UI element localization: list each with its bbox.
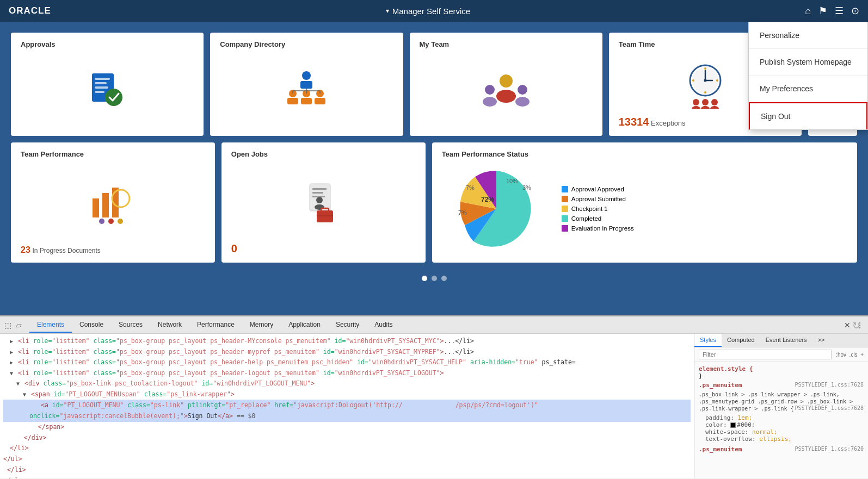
devtools-right-tabs: Styles Computed Event Listeners >> [694, 334, 868, 347]
svg-point-6 [302, 71, 311, 80]
tile-team-performance-status[interactable]: Team Performance Status [432, 142, 857, 263]
tile-company-directory-icon [220, 53, 393, 128]
code-line-4: ▼ <li role="listitem" class="ps_box-grou… [3, 368, 691, 379]
svg-point-19 [500, 74, 513, 88]
tile-team-performance-title: Team Performance [21, 150, 205, 158]
styles-ps-menuitem-2: .ps_menuitem PSSTYLEDEF_1.css:7620 [699, 446, 864, 453]
tile-company-directory[interactable]: Company Directory [210, 33, 403, 136]
pagination-dot-2[interactable] [432, 276, 437, 281]
devtools-right-tab-more[interactable]: >> [812, 334, 830, 347]
devtools-filter-input[interactable] [699, 350, 832, 359]
devtools-tab-security[interactable]: Security [328, 318, 367, 333]
styles-ps-box-link: .ps_box-link > .ps-link-wrapper > .ps-li… [699, 391, 864, 412]
header-title: ▾ Manager Self Service [386, 7, 470, 16]
devtools-tab-console[interactable]: Console [72, 318, 111, 333]
dropdown-item-publish[interactable]: Publish System Homepage [749, 49, 867, 76]
svg-rect-3 [95, 86, 108, 89]
legend-label-evaluation: Evaluation in Progress [571, 225, 634, 232]
svg-point-46 [118, 219, 123, 224]
triangle-4: ▼ [10, 370, 13, 376]
pagination-dot-1[interactable] [422, 276, 427, 281]
svg-point-31 [716, 79, 718, 82]
tile-my-team-title: My Team [420, 40, 593, 48]
devtools-close-icon[interactable]: ✕ [844, 321, 851, 329]
dropdown-item-personalize[interactable]: Personalize [749, 22, 867, 49]
styles-prop-color: color: #000; [699, 421, 864, 428]
app-title: Manager Self Service [392, 7, 470, 16]
svg-rect-49 [312, 192, 323, 194]
color-swatch-black [730, 422, 736, 428]
styles-prop-padding: padding: 1em; [699, 414, 864, 421]
devtools-tab-application[interactable]: Application [281, 318, 328, 333]
devtools-html-tree: ▶ <li role="listitem" class="ps_box-grou… [0, 334, 694, 478]
svg-rect-40 [93, 198, 99, 217]
user-icon[interactable]: ⊙ [851, 5, 859, 17]
code-line-10: </li> [3, 443, 691, 454]
tile-company-directory-title: Company Directory [220, 40, 393, 48]
svg-point-20 [496, 90, 516, 103]
code-line-1: ▶ <li role="listitem" class="ps_box-grou… [3, 336, 691, 347]
tile-open-jobs[interactable]: Open Jobs 0 [221, 142, 426, 263]
devtools-tab-sources[interactable]: Sources [111, 318, 150, 333]
oracle-logo: ORACLE [9, 5, 51, 16]
code-line-9: </div> [3, 433, 691, 444]
styles-ps-menuitem: .ps_menuitem PSSTYLEDEF_1.css:7628 [699, 382, 864, 389]
refresh-icon[interactable]: ↻ [852, 320, 860, 332]
code-line-13: </ul> [3, 475, 691, 478]
devtools-inspect-icon[interactable]: ⬚ [4, 321, 11, 329]
code-line-7-selected[interactable]: <a id="PT_LOGOUT_MENU" class="ps-link" p… [3, 400, 691, 422]
tile-team-performance-footer: 23 In Progress Documents [21, 245, 205, 255]
tile-open-jobs-footer: 0 [231, 242, 416, 255]
svg-point-30 [704, 67, 706, 70]
code-line-2: ▶ <li role="listitem" class="ps_box-grou… [3, 347, 691, 358]
devtools-right-tab-event-listeners[interactable]: Event Listeners [760, 334, 812, 347]
devtools-tab-performance[interactable]: Performance [189, 318, 242, 333]
tile-approvals-title: Approvals [21, 40, 194, 48]
svg-point-34 [693, 99, 699, 105]
devtools-right-tab-computed[interactable]: Computed [722, 334, 760, 347]
pie-chart: 3% 7% 7% 72% 10% [442, 163, 551, 255]
code-line-3: ▶ <li role="listitem" class="ps_box-grou… [3, 357, 691, 368]
home-icon[interactable]: ⌂ [805, 5, 811, 17]
devtools-tab-audits[interactable]: Audits [367, 318, 400, 333]
svg-text:3%: 3% [522, 184, 531, 191]
code-line-8: </span> [3, 422, 691, 433]
svg-point-38 [711, 99, 718, 105]
styles-prop-whitespace: white-space: normal; [699, 428, 864, 436]
tile-approvals[interactable]: Approvals [11, 33, 204, 136]
dropdown-item-preferences[interactable]: My Preferences [749, 76, 867, 102]
tile-open-jobs-title: Open Jobs [231, 150, 416, 158]
devtools-tabs: ⬚ ▱ Elements Console Sources Network Per… [0, 316, 868, 334]
legend-dot-checkpoint [562, 206, 568, 212]
tile-team-performance[interactable]: Team Performance 23 In Progress Document… [11, 142, 215, 263]
devtools-panel: ⬚ ▱ Elements Console Sources Network Per… [0, 315, 868, 478]
svg-point-37 [701, 106, 710, 109]
code-line-5: ▼ <div class="ps_box-link psc_toolaction… [3, 378, 691, 389]
triangle-1: ▶ [10, 338, 13, 344]
devtools-right-tab-styles[interactable]: Styles [694, 334, 722, 347]
devtools-tab-memory[interactable]: Memory [242, 318, 281, 333]
dropdown-item-signout[interactable]: Sign Out [749, 102, 867, 129]
legend-dot-evaluation [562, 225, 568, 232]
devtools-tab-elements[interactable]: Elements [29, 318, 72, 333]
svg-rect-13 [301, 98, 312, 104]
dropdown-menu: Personalize Publish System Homepage My P… [748, 22, 868, 130]
svg-rect-1 [95, 78, 110, 80]
svg-point-22 [483, 97, 497, 107]
legend-approval-approved: Approval Approved [562, 186, 634, 192]
legend-checkpoint1: Checkpoint 1 [562, 206, 634, 212]
triangle-2: ▶ [10, 349, 13, 355]
pagination-dot-3[interactable] [441, 276, 447, 281]
menu-icon[interactable]: ☰ [835, 5, 844, 17]
flag-icon[interactable]: ⚑ [818, 5, 827, 17]
svg-point-35 [692, 106, 700, 109]
svg-text:72%: 72% [481, 196, 494, 203]
svg-point-23 [518, 85, 527, 95]
tile-my-team[interactable]: My Team [410, 33, 602, 136]
devtools-body: ▶ <li role="listitem" class="ps_box-grou… [0, 334, 868, 478]
devtools-tab-network[interactable]: Network [150, 318, 189, 333]
svg-rect-41 [102, 193, 109, 217]
devtools-device-icon[interactable]: ▱ [16, 321, 22, 329]
styles-prop-textoverflow: text-overflow: ellipsis; [699, 436, 864, 443]
svg-point-21 [485, 85, 495, 95]
